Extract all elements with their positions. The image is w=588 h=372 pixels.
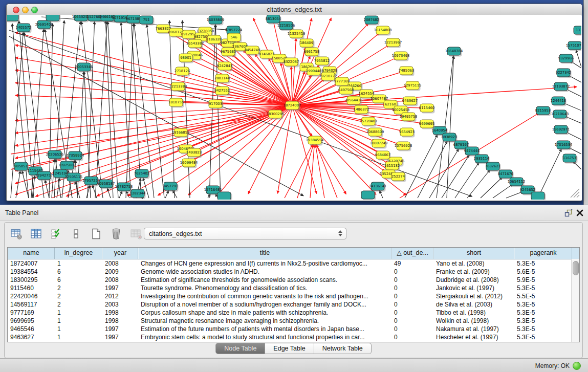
table-cell[interactable]: 9465546 (8, 325, 55, 333)
table-cell[interactable]: 5.9E-5 (514, 276, 572, 284)
black-citation-edge[interactable] (538, 149, 561, 198)
table-cell[interactable]: 5.3E-5 (514, 317, 572, 325)
table-cell[interactable]: 1 (55, 317, 102, 325)
black-citation-edge[interactable] (481, 177, 503, 198)
table-cell[interactable]: Stergiakouli et al. (2012) (433, 292, 514, 300)
table-settings-icon[interactable] (10, 227, 23, 240)
black-citation-edge[interactable] (52, 159, 54, 198)
black-citation-edge[interactable] (455, 162, 479, 198)
table-cell[interactable]: 0 (391, 325, 433, 333)
table-row[interactable]: 1938455462009Genome-wide association stu… (8, 268, 579, 276)
red-citation-edge[interactable] (285, 144, 313, 198)
table-row[interactable]: 969969511998Structural magnetic resonanc… (8, 317, 579, 325)
table-cell[interactable]: Estimation of significance thresholds fo… (138, 276, 391, 284)
black-citation-edge[interactable] (442, 155, 469, 198)
table-cell[interactable]: de Silva et al. (2003) (433, 300, 514, 309)
black-citation-edge[interactable] (418, 141, 447, 198)
table-cell[interactable]: Nakamura et al. (1997) (433, 325, 514, 333)
table-cell[interactable]: Tibbo et al. (1998) (433, 309, 514, 317)
close-icon[interactable] (576, 209, 584, 217)
column-header-in_degree[interactable]: in_degree (55, 248, 102, 259)
table-cell[interactable]: 1998 (102, 309, 138, 317)
table-cell[interactable]: 1 (55, 333, 102, 341)
table-columns-icon[interactable] (30, 227, 43, 240)
table-cell[interactable]: 49 (391, 259, 433, 268)
graph-node[interactable] (46, 15, 59, 21)
red-citation-edge[interactable] (15, 105, 292, 121)
table-cell[interactable]: 5.3E-5 (514, 309, 572, 317)
table-cell[interactable]: 14569117 (8, 300, 55, 309)
table-cell[interactable]: 18724007 (8, 259, 55, 268)
red-citation-edge[interactable] (292, 87, 577, 105)
tab-network-table[interactable]: Network Table (314, 343, 372, 354)
red-citation-edge[interactable] (187, 73, 292, 105)
canvas-resize-grip[interactable] (571, 189, 579, 198)
tab-edge-table[interactable]: Edge Table (265, 343, 314, 354)
new-table-icon[interactable] (90, 227, 103, 240)
table-row[interactable]: 1456911722003Disruption of a novel membe… (8, 300, 579, 309)
column-header-year[interactable]: year (102, 248, 138, 259)
table-cell[interactable]: Tourette syndrome. Phenomenology and cla… (138, 284, 391, 292)
table-cell[interactable]: 1 (55, 309, 102, 317)
table-row[interactable]: 977716911998Corpus callosum shape and si… (8, 309, 579, 317)
table-cell[interactable]: 2 (55, 284, 102, 292)
table-cell[interactable]: 1998 (102, 317, 138, 325)
table-cell[interactable]: Yano et al. (2008) (433, 259, 514, 268)
black-citation-edge[interactable] (429, 149, 459, 198)
table-cell[interactable]: 1997 (102, 333, 138, 341)
table-cell[interactable]: 1997 (102, 284, 138, 292)
table-cell[interactable]: 2 (55, 292, 102, 300)
table-cell[interactable]: Investigating the contribution of common… (138, 292, 391, 300)
column-header-pagerank[interactable]: pagerank (514, 248, 572, 259)
table-cell[interactable]: 5.5E-5 (514, 292, 572, 300)
graph-node[interactable] (7, 15, 18, 21)
column-header-name[interactable]: name (8, 248, 55, 259)
table-row[interactable]: 911546021997Tourette syndrome. Phenomeno… (8, 284, 579, 292)
table-cell[interactable]: 0 (391, 300, 433, 309)
black-citation-edge[interactable] (81, 21, 103, 198)
table-cell[interactable]: Changes of HCN gene expression and I(f) … (138, 259, 391, 268)
table-cell[interactable]: 18300295 (8, 276, 55, 284)
table-cell[interactable]: 1997 (102, 325, 138, 333)
black-citation-edge[interactable] (447, 56, 454, 198)
table-cell[interactable]: 2008 (102, 276, 138, 284)
black-citation-edge[interactable] (506, 191, 524, 198)
table-cell[interactable]: 9115460 (8, 284, 55, 292)
table-cell[interactable]: Wolkin et al. (1998) (433, 317, 514, 325)
scrollbar-thumb[interactable] (573, 261, 579, 275)
table-cell[interactable]: Dudbridge et al. (2008) (433, 276, 514, 284)
table-cell[interactable]: 0 (391, 317, 433, 325)
table-cell[interactable]: 22420046 (8, 292, 55, 300)
select-rows-icon[interactable] (50, 227, 63, 240)
table-cell[interactable]: 19384554 (8, 268, 55, 276)
table-cell[interactable]: 5.3E-5 (514, 333, 572, 341)
table-cell[interactable]: Structural magnetic resonance image aver… (138, 317, 391, 325)
table-cell[interactable]: Estimation of the future numbers of pati… (138, 325, 391, 333)
table-cell[interactable]: 0 (391, 284, 433, 292)
table-row[interactable]: 946362711997Embryonic stem cells: a mode… (8, 333, 579, 341)
black-citation-edge[interactable] (45, 180, 49, 198)
column-header-title[interactable]: title (138, 248, 391, 259)
table-cell[interactable]: 6 (55, 268, 102, 276)
table-cell[interactable]: 0 (391, 309, 433, 317)
collapsed-results-panel-edge[interactable] (583, 0, 588, 205)
row-height-icon[interactable] (70, 227, 83, 240)
table-cell[interactable]: 2012 (102, 292, 138, 300)
black-citation-edge[interactable] (576, 50, 581, 67)
table-cell[interactable]: Jankovic et al. (1997) (433, 284, 514, 292)
table-cell[interactable]: 2009 (102, 268, 138, 276)
black-citation-edge[interactable] (467, 170, 490, 198)
table-vertical-scrollbar[interactable] (571, 259, 579, 342)
red-citation-edge[interactable] (316, 144, 337, 198)
table-cell[interactable]: 9463627 (8, 333, 55, 341)
table-cell[interactable]: 5.3E-5 (514, 284, 572, 292)
table-cell[interactable]: 9699695 (8, 317, 55, 325)
memory-status-indicator[interactable] (573, 362, 581, 370)
tab-node-table[interactable]: Node Table (215, 343, 265, 354)
table-cell[interactable]: Genome-wide association studies in ADHD. (138, 268, 391, 276)
clear-table-icon[interactable] (129, 227, 143, 240)
table-cell[interactable]: 1 (55, 259, 102, 268)
column-header-out_de[interactable]: △ out_de... (391, 248, 433, 259)
table-cell[interactable]: Embryonic stem cells: a model to study s… (138, 333, 391, 341)
red-citation-edge[interactable] (198, 57, 292, 105)
